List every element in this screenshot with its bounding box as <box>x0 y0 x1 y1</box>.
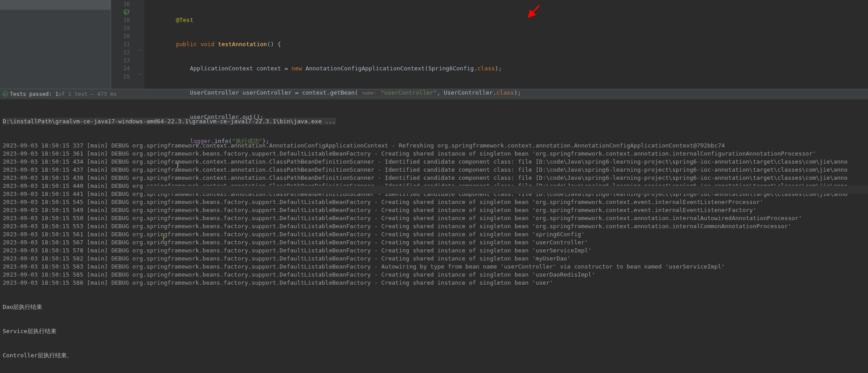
project-sidebar[interactable] <box>0 0 111 89</box>
code-line[interactable] <box>144 210 868 218</box>
line-number: 25 <box>124 74 130 80</box>
line-number: 20 <box>124 33 130 39</box>
test-pass-icon <box>3 91 8 98</box>
keyword-token: void <box>200 41 214 48</box>
line-number: 18 <box>124 17 130 23</box>
code-line[interactable]: logger.info("执行成功"); <box>144 137 868 145</box>
line-number: 16 <box>124 1 130 7</box>
svg-line-0 <box>529 5 539 17</box>
line-number-gutter[interactable]: 16 17 18 19 20 21 22 23 24 25 <box>111 0 138 89</box>
keyword-token: new <box>292 65 302 72</box>
code-line[interactable]: @Test <box>144 16 868 24</box>
code-line-current[interactable] <box>144 186 868 194</box>
line-number: 21 <box>124 41 130 48</box>
console-log-line: 2023-09-03 18:50:15 586 [main] DEBUG org… <box>3 279 865 287</box>
line-number: 24 <box>124 65 130 72</box>
fold-gutter[interactable]: ⌃ ⌃ <box>138 0 144 89</box>
code-line[interactable]: UserController userController = context.… <box>144 89 868 97</box>
line-number: 23 <box>124 57 130 64</box>
code-line[interactable]: userController.out(); <box>144 113 868 121</box>
field-token: logger <box>190 138 211 144</box>
keyword-token: public <box>176 41 197 48</box>
annotation-token: @Test <box>176 17 193 23</box>
param-hint: name: <box>358 90 381 96</box>
console-stdout: Service层执行结束 <box>3 327 865 335</box>
string-token: "userController" <box>381 89 437 96</box>
code-line[interactable]: ApplicationContext context = new Annotat… <box>144 65 868 73</box>
test-pass-gutter-icon[interactable] <box>124 9 129 14</box>
string-token: "执行成功" <box>232 138 262 144</box>
code-line[interactable]: public void testAnnotation() { <box>144 40 868 48</box>
ide-window: 16 17 18 19 20 21 22 23 24 25 ⌃ ⌃ @Test … <box>0 0 868 373</box>
method-name-token: testAnnotation <box>218 41 267 48</box>
fold-collapse-icon[interactable]: ⌃ <box>139 48 142 53</box>
editor-area: 16 17 18 19 20 21 22 23 24 25 ⌃ ⌃ @Test … <box>0 0 868 89</box>
line-number: 22 <box>124 49 130 56</box>
tests-passed-label: Tests passed: 1 <box>10 91 58 97</box>
fold-collapse-icon[interactable]: ⌃ <box>139 73 142 78</box>
code-line[interactable]: } <box>144 161 868 169</box>
tests-details: of 1 test – 473 ms <box>58 91 116 97</box>
console-stdout: Controller层执行结束。 <box>3 351 865 360</box>
console-stdout: Dao层执行结束 <box>3 303 865 311</box>
code-editor[interactable]: @Test public void testAnnotation() { App… <box>144 0 868 89</box>
line-number: 19 <box>124 25 130 31</box>
code-line[interactable]: } <box>144 234 868 242</box>
sidebar-active-tab[interactable] <box>0 0 111 10</box>
